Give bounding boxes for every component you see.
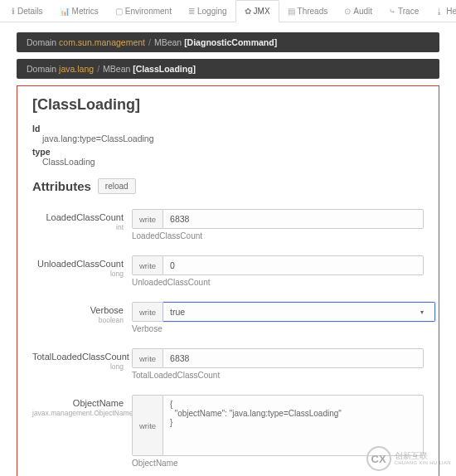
crumb-domain-label: Domain xyxy=(27,64,56,74)
crumb-mbean-label: MBean xyxy=(154,37,182,47)
tab-trace[interactable]: ⤷Trace xyxy=(381,0,427,22)
breadcrumb-1[interactable]: Domain java.lang/MBean [ClassLoading] xyxy=(17,59,439,79)
attr-type: long xyxy=(32,270,124,278)
attr-desc: TotalLoadedClassCount xyxy=(132,371,424,380)
attributes-title: Attributes xyxy=(32,179,91,193)
reload-button[interactable]: reload xyxy=(98,178,136,194)
crumb-domain-label: Domain xyxy=(27,37,56,47)
attr-row-LoadedClassCount: LoadedClassCountintwriteLoadedClassCount xyxy=(32,209,424,240)
attr-label: Verboseboolean xyxy=(32,302,132,324)
environment-icon: ▢ xyxy=(115,7,123,16)
attr-name: Verbose xyxy=(90,305,124,315)
mbean-panel: [ClassLoading] Id java.lang:type=ClassLo… xyxy=(17,85,439,476)
attr-type: javax.management.ObjectName xyxy=(32,409,124,417)
tab-label: Audit xyxy=(353,7,372,16)
tab-details[interactable]: ℹDetails xyxy=(3,0,51,22)
crumb-mbean-value: [DiagnosticCommand] xyxy=(184,37,277,47)
tab-metrics[interactable]: 📊Metrics xyxy=(51,0,107,22)
tab-label: Logging xyxy=(197,7,227,16)
attr-name: UnloadedClassCount xyxy=(37,259,124,269)
tab-label: JMX xyxy=(254,7,270,16)
write-button[interactable]: write xyxy=(132,395,163,456)
crumb-separator: / xyxy=(97,64,99,74)
tab-label: Metrics xyxy=(72,7,99,16)
attr-label: TotalLoadedClassCountlong xyxy=(32,348,132,371)
attr-input-TotalLoadedClassCount[interactable] xyxy=(163,348,424,368)
id-row: Id java.lang:type=ClassLoading xyxy=(32,124,424,143)
type-value: ClassLoading xyxy=(32,157,424,167)
attr-name: TotalLoadedClassCount xyxy=(32,352,129,362)
crumb-domain-value: com.sun.management xyxy=(59,37,145,47)
attr-name: ObjectName xyxy=(73,398,124,408)
attr-type: boolean xyxy=(32,316,124,324)
heapdump-icon: ⭳ xyxy=(435,7,444,16)
watermark-line2: CHUANG XIN HU LIAN xyxy=(395,460,451,465)
crumb-mbean-value: [ClassLoading] xyxy=(133,64,196,74)
attr-input-LoadedClassCount[interactable] xyxy=(163,209,424,229)
attr-field: writeLoadedClassCount xyxy=(132,209,424,240)
tab-label: Details xyxy=(17,7,43,16)
attr-select-Verbose[interactable] xyxy=(163,302,435,322)
panel-title: [ClassLoading] xyxy=(32,96,424,114)
attr-name: LoadedClassCount xyxy=(46,212,124,222)
attr-row-TotalLoadedClassCount: TotalLoadedClassCountlongwriteTotalLoade… xyxy=(32,348,424,380)
tab-audit[interactable]: ⊙Audit xyxy=(336,0,381,22)
attr-field: write▾Verbose xyxy=(132,302,424,333)
id-label: Id xyxy=(32,124,424,134)
crumb-domain-value: java.lang xyxy=(59,64,94,74)
details-icon: ℹ xyxy=(12,7,15,16)
attr-label: ObjectNamejavax.management.ObjectName xyxy=(32,395,132,417)
attr-row-Verbose: Verbosebooleanwrite▾Verbose xyxy=(32,302,424,333)
jmx-icon: ✿ xyxy=(245,7,251,16)
logging-icon: ≣ xyxy=(188,7,195,16)
attr-desc: Verbose xyxy=(132,324,424,333)
tabs-bar: ℹDetails📊Metrics▢Environment≣Logging✿JMX… xyxy=(0,0,456,22)
type-label: type xyxy=(32,147,424,157)
attr-field: writeTotalLoadedClassCount xyxy=(132,348,424,380)
id-value: java.lang:type=ClassLoading xyxy=(32,134,424,143)
tab-environment[interactable]: ▢Environment xyxy=(107,0,180,22)
tab-label: Trace xyxy=(398,7,419,16)
attr-type: int xyxy=(32,223,124,231)
audit-icon: ⊙ xyxy=(344,7,351,16)
attr-type: long xyxy=(32,362,124,371)
crumb-mbean-label: MBean xyxy=(103,64,130,74)
threads-icon: ▤ xyxy=(288,7,295,16)
tab-label: Environment xyxy=(125,7,172,16)
write-button[interactable]: write xyxy=(132,348,163,368)
attr-desc: UnloadedClassCount xyxy=(132,278,424,287)
watermark: CX 创新互联 CHUANG XIN HU LIAN xyxy=(366,446,451,471)
write-button[interactable]: write xyxy=(132,302,163,322)
breadcrumb-0[interactable]: Domain com.sun.management/MBean [Diagnos… xyxy=(17,32,439,52)
attr-desc: LoadedClassCount xyxy=(132,231,424,240)
watermark-logo: CX xyxy=(366,446,391,471)
metrics-icon: 📊 xyxy=(60,7,70,16)
tab-label: Threads xyxy=(298,7,328,16)
attributes-header: Attributes reload xyxy=(32,178,424,194)
tab-threads[interactable]: ▤Threads xyxy=(279,0,337,22)
attr-label: LoadedClassCountint xyxy=(32,209,132,231)
watermark-line1: 创新互联 xyxy=(395,452,451,461)
tab-jmx[interactable]: ✿JMX xyxy=(235,0,279,22)
content-area: Domain com.sun.management/MBean [Diagnos… xyxy=(0,22,456,476)
attr-field: writeUnloadedClassCount xyxy=(132,255,424,287)
attr-row-ObjectName: ObjectNamejavax.management.ObjectNamewri… xyxy=(32,395,424,468)
tab-label: Heapdump xyxy=(446,7,456,16)
write-button[interactable]: write xyxy=(132,255,163,275)
write-button[interactable]: write xyxy=(132,209,163,229)
tab-heapdump[interactable]: ⭳Heapdump xyxy=(427,0,456,22)
crumb-separator: / xyxy=(148,37,151,47)
attr-row-UnloadedClassCount: UnloadedClassCountlongwriteUnloadedClass… xyxy=(32,255,424,287)
tab-logging[interactable]: ≣Logging xyxy=(180,0,235,22)
type-row: type ClassLoading xyxy=(32,147,424,167)
attr-label: UnloadedClassCountlong xyxy=(32,255,132,278)
attr-input-UnloadedClassCount[interactable] xyxy=(163,255,424,275)
trace-icon: ⤷ xyxy=(389,7,395,16)
